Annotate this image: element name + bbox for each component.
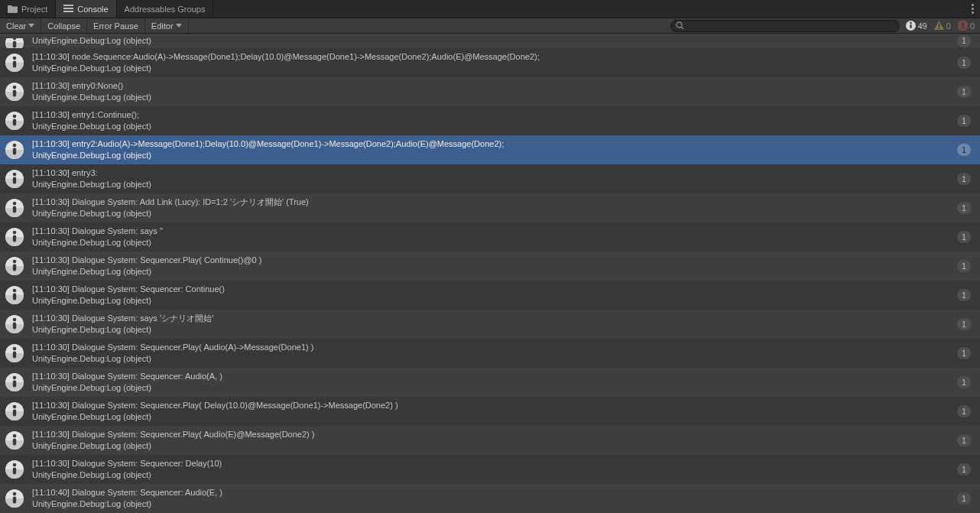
editor-dropdown[interactable]: Editor [145,18,189,33]
log-entry[interactable]: [11:10:30] Dialogue System: Sequencer: D… [0,455,980,484]
message-counts: 49 0 0 [900,18,981,33]
log-entry[interactable]: [11:10:30] entry1:Continue();UnityEngine… [0,106,980,135]
tab-menu-button[interactable] [965,0,980,18]
info-bubble-icon [5,372,24,392]
info-bubble-icon [5,82,24,102]
info-bubble-icon [5,140,24,160]
log-text: [11:10:30] entry1:Continue();UnityEngine… [32,109,949,132]
log-count-badge: 1 [957,318,971,330]
clear-button[interactable]: Clear [0,18,41,33]
svg-rect-19 [13,41,16,47]
search-input[interactable] [687,21,894,31]
tabs-bar: Project Console Addressables Groups [0,0,980,18]
log-message: [11:10:30] Dialogue System: Sequencer.Pl… [32,342,949,353]
log-entry[interactable]: [11:10:30] Dialogue System: Sequencer.Pl… [0,339,980,368]
log-stacktrace: UnityEngine.Debug:Log (object) [32,237,949,248]
log-entry[interactable]: [11:10:30] Dialogue System: Sequencer.Pl… [0,252,980,281]
info-bubble-icon [5,489,24,508]
svg-rect-12 [938,28,939,29]
info-bubble-icon [5,459,24,479]
clear-label: Clear [6,21,26,31]
log-count-badge: 1 [957,405,971,417]
warn-count-toggle[interactable]: 0 [930,20,954,31]
log-count-badge: 1 [957,376,971,388]
log-entry[interactable]: [11:10:30] Dialogue System: Sequencer.Pl… [0,426,980,455]
collapse-button[interactable]: Collapse [41,18,87,33]
info-bubble-icon [5,285,24,305]
svg-rect-29 [13,90,16,97]
error-count-value: 0 [970,21,975,31]
info-bubble-icon [5,111,24,131]
chevron-down-icon [28,24,34,28]
log-entry[interactable]: [11:10:30] entry0:None()UnityEngine.Debu… [0,77,980,106]
log-entry[interactable]: [11:10:30] entry3:UnityEngine.Debug:Log … [0,164,980,193]
warning-icon [933,20,945,31]
log-count-badge: 1 [957,260,971,272]
chevron-down-icon [176,24,182,28]
info-bubble-icon [5,430,24,450]
log-stacktrace: UnityEngine.Debug:Log (object) [32,382,949,394]
svg-point-28 [13,86,17,89]
log-count-badge: 1 [957,463,971,476]
info-bubble-icon [5,256,24,276]
svg-rect-69 [13,323,16,330]
log-text: [11:10:30] entry3:UnityEngine.Debug:Log … [32,167,949,190]
svg-rect-0 [63,5,73,6]
svg-point-88 [13,434,17,438]
log-list[interactable]: UnityEngine.Debug:Log (object)1 [11:10:3… [0,34,980,513]
log-message: [11:10:30] Dialogue System: Sequencer: C… [32,284,949,295]
log-count-badge: 1 [957,144,971,156]
svg-rect-59 [13,265,16,271]
info-bubble-icon [5,53,24,73]
svg-point-93 [13,463,17,467]
svg-rect-1 [63,8,73,9]
tab-project[interactable]: Project [0,0,56,18]
log-entry[interactable]: [11:10:30] Dialogue System: Sequencer: C… [0,281,980,310]
log-message: [11:10:30] Dialogue System: Add Link (Lu… [32,196,949,208]
log-message: UnityEngine.Debug:Log (object) [32,35,949,47]
svg-point-78 [13,376,17,380]
folder-icon [8,5,18,13]
svg-point-68 [13,318,17,322]
log-entry[interactable]: [11:10:30] Dialogue System: Sequencer.Pl… [0,397,980,426]
log-message: [11:10:30] Dialogue System: Sequencer.Pl… [32,400,949,411]
log-entry[interactable]: UnityEngine.Debug:Log (object)1 [0,34,980,48]
log-text: [11:10:30] Dialogue System: Sequencer.Pl… [32,429,949,452]
log-entry[interactable]: [11:10:30] Dialogue System: Add Link (Lu… [0,193,980,222]
toolbar: Clear Collapse Error Pause Editor 49 0 0 [0,18,980,34]
svg-rect-14 [962,28,964,29]
svg-point-43 [13,173,17,177]
search-box[interactable] [670,20,900,32]
log-count-badge: 1 [957,202,971,214]
tab-console[interactable]: Console [56,0,116,18]
log-entry[interactable]: [11:10:30] Dialogue System: says 'シナリオ開始… [0,310,980,339]
error-pause-button[interactable]: Error Pause [87,18,145,33]
svg-rect-99 [13,497,16,504]
log-entry[interactable]: [11:10:40] Dialogue System: Sequencer: A… [0,484,980,513]
info-count-value: 49 [918,21,927,31]
log-entry[interactable]: [11:10:30] node.Sequence:Audio(A)->Messa… [0,48,980,77]
svg-point-38 [13,144,17,148]
svg-point-23 [13,57,17,60]
error-count-toggle[interactable]: 0 [954,20,978,31]
log-entry[interactable]: [11:10:30] Dialogue System: Sequencer: A… [0,368,980,397]
log-text: UnityEngine.Debug:Log (object) [32,35,949,47]
log-message: [11:10:30] Dialogue System: Sequencer.Pl… [32,255,949,266]
log-text: [11:10:30] Dialogue System: Add Link (Lu… [32,196,949,219]
tab-addressables-label: Addressables Groups [125,5,206,14]
log-count-badge: 1 [957,492,971,505]
log-stacktrace: UnityEngine.Debug:Log (object) [32,92,949,103]
info-count-toggle[interactable]: 49 [902,20,930,31]
search-icon [676,21,684,30]
log-entry[interactable]: [11:10:30] entry2:Audio(A)->Message(Done… [0,135,980,164]
log-entry[interactable]: [11:10:30] Dialogue System: says ''Unity… [0,222,980,252]
info-bubble-icon [5,198,24,218]
svg-point-6 [677,22,682,28]
collapse-label: Collapse [47,21,80,31]
log-text: [11:10:30] Dialogue System: Sequencer: D… [32,458,949,481]
tab-addressables[interactable]: Addressables Groups [117,0,214,18]
info-bubble-icon [5,34,24,48]
log-count-badge: 1 [957,231,971,243]
log-stacktrace: UnityEngine.Debug:Log (object) [32,324,949,336]
error-icon [957,20,969,31]
